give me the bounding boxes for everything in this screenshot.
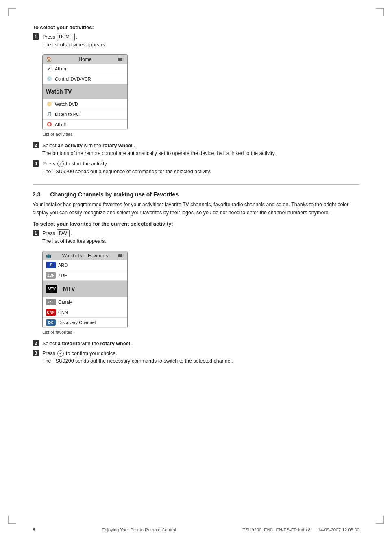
corner-mark-tl <box>8 8 16 16</box>
canal-label: Canal+ <box>58 300 72 305</box>
row-mtv: MTV MTV <box>43 281 127 297</box>
fav-step3-suffix: to confirm your choice. <box>66 349 117 357</box>
step3-subtext: The TSU9200 sends out a sequence of comm… <box>42 168 359 176</box>
row-watchdvd: 📀 Watch DVD <box>43 99 127 109</box>
allon-icon: ✓ <box>46 65 52 72</box>
watchdvd-label: Watch DVD <box>55 102 78 107</box>
alloff-label: All off <box>55 122 66 127</box>
step1-text: Press HOME . <box>42 33 359 41</box>
section2-intro: Your installer has programmed favorites … <box>33 201 359 217</box>
fav-step3-num: 3 <box>33 350 39 356</box>
step3-text: Press ✓ to start the activity. <box>42 160 359 168</box>
watchdvd-icon: 📀 <box>46 101 52 107</box>
footer: 8 Enjoying Your Pronto Remote Control TS… <box>0 527 392 533</box>
step1-subtext: The list of activities appears. <box>42 41 359 49</box>
fav-step3-content: Press ✓ to confirm your choice. The TSU9… <box>42 349 359 366</box>
screen2-battery <box>118 254 124 257</box>
zdf-label: ZDF <box>58 273 67 278</box>
fav-step1-num: 1 <box>33 230 39 236</box>
corner-mark-br <box>376 516 384 524</box>
row-canal: C+ Canal+ <box>43 297 127 307</box>
fav-step2-bold2: rotary wheel <box>100 340 130 348</box>
step1-prefix: Press <box>42 33 55 41</box>
fav-step3-row: 3 Press ✓ to confirm your choice. The TS… <box>33 349 359 366</box>
step1-key: HOME <box>57 33 75 41</box>
controldvd-label: Control DVD-VCR <box>55 76 91 81</box>
mtv-label: MTV <box>63 285 75 292</box>
section2-num: 2.3 <box>33 191 40 198</box>
cnn-icon: CNN <box>46 309 56 316</box>
screen2-header: 📺 Watch Tv – Favorites <box>43 251 127 260</box>
section2-title: Changing Channels by making use of Favor… <box>50 191 179 198</box>
screen1-header: 🏠 Home <box>43 55 127 64</box>
row-cnn: CNN CNN <box>43 307 127 318</box>
step2-text3: . <box>134 142 135 150</box>
footer-file-info: TSU9200_END_EN-ES-FR.indb 8 14-09-2007 1… <box>243 527 359 532</box>
activities-screen: 🏠 Home ✓ All on 💿 Control DVD-VCR <box>42 54 128 130</box>
allon-label: All on <box>55 66 66 71</box>
section2: 2.3 Changing Channels by making use of F… <box>33 191 359 366</box>
favorites-screen: 📺 Watch Tv – Favorites ① ARD ZDF ZDF <box>42 251 128 328</box>
footer-center-text: Enjoying Your Pronto Remote Control <box>102 527 176 532</box>
fav-step2-text: Select a favorite with the rotary wheel … <box>42 340 359 348</box>
section1-title: To select your activities: <box>33 24 359 30</box>
fav-check-icon: ✓ <box>57 350 64 357</box>
cnn-label: CNN <box>58 310 68 315</box>
zdf-icon: ZDF <box>46 272 56 279</box>
alloff-icon: ⭕ <box>46 121 52 128</box>
section2-subsection-title: To select your favorites for the current… <box>33 221 359 227</box>
step1-suffix: . <box>76 33 77 41</box>
step1-row: 1 Press HOME . The list of activities ap… <box>33 33 359 50</box>
screen1-title: Home <box>78 57 91 62</box>
fav-step3-prefix: Press <box>42 349 55 357</box>
fav-step2-text3: . <box>131 340 133 348</box>
corner-mark-bl <box>8 516 16 524</box>
check-icon: ✓ <box>57 161 64 167</box>
fav-step2-row: 2 Select a favorite with the rotary whee… <box>33 340 359 348</box>
screen2-body: ① ARD ZDF ZDF MTV MTV C+ Canal+ CNN CN <box>43 260 127 328</box>
listenpc-label: Listen to PC <box>55 112 79 117</box>
row-alloff: ⭕ All off <box>43 120 127 130</box>
fav-step1-suffix: . <box>71 229 72 237</box>
row-discovery: DC Discovery Channel <box>43 318 127 328</box>
listenpc-icon: 🎵 <box>46 111 52 118</box>
screen1-caption: List of activities <box>42 132 359 137</box>
footer-datetime: 14-09-2007 12:05:00 <box>318 527 359 532</box>
fav-step1-subtext: The list of favorites appears. <box>42 237 359 245</box>
fav-step1-text: Press FAV . <box>42 229 359 237</box>
step1-content: Press HOME . The list of activities appe… <box>42 33 359 50</box>
controldvd-icon: 💿 <box>46 76 52 82</box>
step2-text1: Select <box>42 142 57 150</box>
screen2-icon: 📺 <box>46 253 52 258</box>
fav-step2-bold1: a favorite <box>58 340 81 348</box>
screen1-body: ✓ All on 💿 Control DVD-VCR Watch TV 📀 Wa… <box>43 64 127 130</box>
screen2-title: Watch Tv – Favorites <box>62 253 108 259</box>
section2-header: 2.3 Changing Channels by making use of F… <box>33 191 359 198</box>
fav-step3-subtext: The TSU9200 sends out the necessary comm… <box>42 357 359 365</box>
canal-icon: C+ <box>46 299 56 305</box>
ard-label: ARD <box>58 263 68 268</box>
step3-suffix: to start the activity. <box>66 160 108 168</box>
fav-step2-content: Select a favorite with the rotary wheel … <box>42 340 359 348</box>
fav-step1-key: FAV <box>57 229 70 237</box>
step1-num: 1 <box>33 33 39 40</box>
section1: To select your activities: 1 Press HOME … <box>33 24 359 176</box>
row-zdf: ZDF ZDF <box>43 270 127 281</box>
fav-step1-content: Press FAV . The list of favorites appear… <box>42 229 359 246</box>
ard-icon: ① <box>46 262 56 268</box>
step2-text: Select an activity with the rotary wheel… <box>42 142 359 150</box>
row-ard: ① ARD <box>43 260 127 270</box>
step3-prefix: Press <box>42 160 55 168</box>
step3-content: Press ✓ to start the activity. The TSU92… <box>42 160 359 176</box>
row-listenpc: 🎵 Listen to PC <box>43 109 127 120</box>
fav-step1-prefix: Press <box>42 229 55 237</box>
footer-filename: TSU9200_END_EN-ES-FR.indb 8 <box>243 527 311 532</box>
discovery-label: Discovery Channel <box>58 320 96 325</box>
fav-step2-text1: Select <box>42 340 57 348</box>
step2-content: Select an activity with the rotary wheel… <box>42 142 359 158</box>
row-watchtv: Watch TV <box>43 84 127 99</box>
step2-text2: with the <box>84 142 101 150</box>
battery-icon <box>118 58 124 61</box>
footer-page-num: 8 <box>33 527 35 533</box>
row-allon: ✓ All on <box>43 64 127 74</box>
